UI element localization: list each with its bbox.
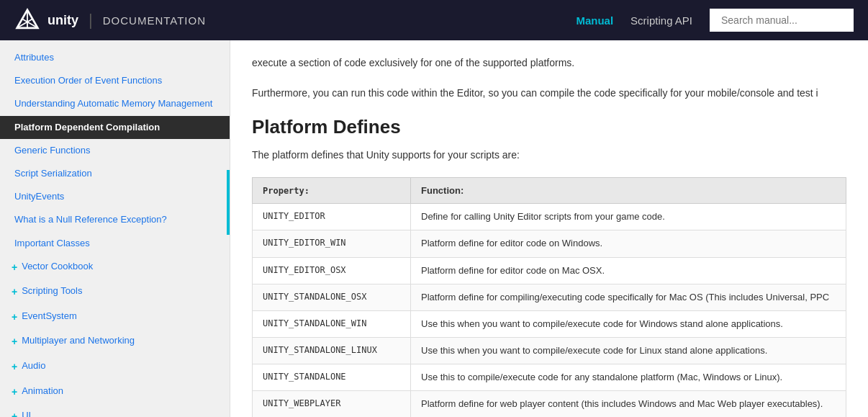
unity-logo-icon	[14, 7, 40, 33]
sidebar-label-event-system: EventSystem	[22, 310, 77, 323]
table-cell-function: Define for calling Unity Editor scripts …	[411, 204, 846, 230]
table-cell-property: UNITY_STANDALONE_LINUX	[253, 338, 411, 364]
scroll-indicator	[227, 170, 230, 235]
expand-icon: +	[12, 261, 17, 275]
content-area: execute a section of code exclusively fo…	[230, 40, 868, 417]
table-cell-function: Use this to compile/execute code for any…	[411, 364, 846, 391]
sidebar-item-generic-functions[interactable]: Generic Functions	[0, 139, 230, 162]
main-layout: Attributes Execution Order of Event Func…	[0, 40, 868, 417]
header-nav: Manual Scripting API	[576, 9, 854, 32]
logo: unity | DOCUMENTATION	[14, 7, 206, 33]
sidebar-item-null-reference[interactable]: What is a Null Reference Exception?	[0, 208, 230, 231]
expand-icon: +	[12, 285, 17, 300]
sidebar-item-execution-order[interactable]: Execution Order of Event Functions	[0, 69, 230, 92]
content-further-text: Furthermore, you can run this code withi…	[252, 85, 846, 101]
section-desc: The platform defines that Unity supports…	[252, 147, 846, 163]
table-cell-function: Platform define for compiling/executing …	[411, 284, 846, 310]
sidebar-item-important-classes[interactable]: Important Classes	[0, 232, 230, 255]
expand-icon: +	[12, 385, 17, 400]
header: unity | DOCUMENTATION Manual Scripting A…	[0, 0, 868, 40]
table-row: UNITY_EDITORDefine for calling Unity Edi…	[253, 204, 846, 230]
sidebar-item-animation[interactable]: + Animation	[0, 380, 230, 405]
logo-divider: |	[89, 11, 93, 30]
sidebar-item-scripting-tools[interactable]: + Scripting Tools	[0, 279, 230, 305]
table-cell-property: UNITY_EDITOR_OSX	[253, 257, 411, 284]
table-row: UNITY_STANDALONE_LINUXUse this when you …	[253, 338, 846, 364]
sidebar-item-platform-dependent[interactable]: Platform Dependent Compilation	[0, 116, 230, 139]
sidebar: Attributes Execution Order of Event Func…	[0, 40, 230, 417]
table-cell-property: UNITY_STANDALONE_OSX	[253, 284, 411, 310]
defines-table: Property: Function: UNITY_EDITORDefine f…	[252, 177, 846, 417]
table-row: UNITY_STANDALONE_OSXPlatform define for …	[253, 284, 846, 310]
sidebar-label-multiplayer: Multiplayer and Networking	[22, 334, 135, 347]
table-row: UNITY_EDITOR_OSXPlatform define for edit…	[253, 257, 846, 284]
table-cell-function: Platform define for editor code on Windo…	[411, 230, 846, 257]
sidebar-item-auto-memory[interactable]: Understanding Automatic Memory Managemen…	[0, 92, 230, 115]
table-cell-property: UNITY_STANDALONE_WIN	[253, 310, 411, 337]
sidebar-item-event-system[interactable]: + EventSystem	[0, 305, 230, 330]
table-cell-function: Platform define for editor code on Mac O…	[411, 257, 846, 284]
api-link[interactable]: Scripting API	[630, 14, 692, 27]
sidebar-label-scripting-tools: Scripting Tools	[22, 284, 82, 297]
section-title: Platform Defines	[252, 116, 846, 138]
sidebar-label-ui: UI	[22, 409, 31, 417]
table-cell-property: UNITY_WEBPLAYER	[253, 391, 411, 417]
expand-icon: +	[12, 335, 17, 349]
sidebar-item-vector-cookbook[interactable]: + Vector Cookbook	[0, 255, 230, 280]
sidebar-item-ui[interactable]: + UI	[0, 404, 230, 417]
sidebar-item-unity-events[interactable]: UnityEvents	[0, 185, 230, 208]
table-cell-function: Use this when you want to compile/execut…	[411, 338, 846, 364]
sidebar-label-animation: Animation	[22, 385, 63, 398]
manual-link[interactable]: Manual	[576, 14, 613, 27]
table-cell-function: Platform define for web player content (…	[411, 391, 846, 417]
expand-icon: +	[12, 410, 17, 417]
table-header-function: Function:	[411, 178, 846, 204]
table-cell-function: Use this when you want to compile/execut…	[411, 310, 846, 337]
sidebar-item-multiplayer-networking[interactable]: + Multiplayer and Networking	[0, 329, 230, 354]
search-input[interactable]	[710, 9, 854, 32]
table-cell-property: UNITY_EDITOR	[253, 204, 411, 230]
table-row: UNITY_STANDALONE_WINUse this when you wa…	[253, 310, 846, 337]
sidebar-label-audio: Audio	[22, 359, 45, 372]
table-cell-property: UNITY_EDITOR_WIN	[253, 230, 411, 257]
table-row: UNITY_STANDALONEUse this to compile/exec…	[253, 364, 846, 391]
table-row: UNITY_WEBPLAYERPlatform define for web p…	[253, 391, 846, 417]
logo-doc-text: DOCUMENTATION	[103, 14, 206, 27]
table-cell-property: UNITY_STANDALONE	[253, 364, 411, 391]
sidebar-label-vector-cookbook: Vector Cookbook	[22, 260, 93, 273]
sidebar-item-audio[interactable]: + Audio	[0, 354, 230, 380]
table-header-property: Property:	[253, 178, 411, 204]
sidebar-item-script-serialization[interactable]: Script Serialization	[0, 162, 230, 185]
table-row: UNITY_EDITOR_WINPlatform define for edit…	[253, 230, 846, 257]
sidebar-item-attributes[interactable]: Attributes	[0, 46, 230, 69]
content-intro-text: execute a section of code exclusively fo…	[252, 55, 846, 71]
expand-icon: +	[12, 310, 17, 325]
logo-unity-text: unity	[48, 13, 78, 28]
expand-icon: +	[12, 360, 17, 375]
